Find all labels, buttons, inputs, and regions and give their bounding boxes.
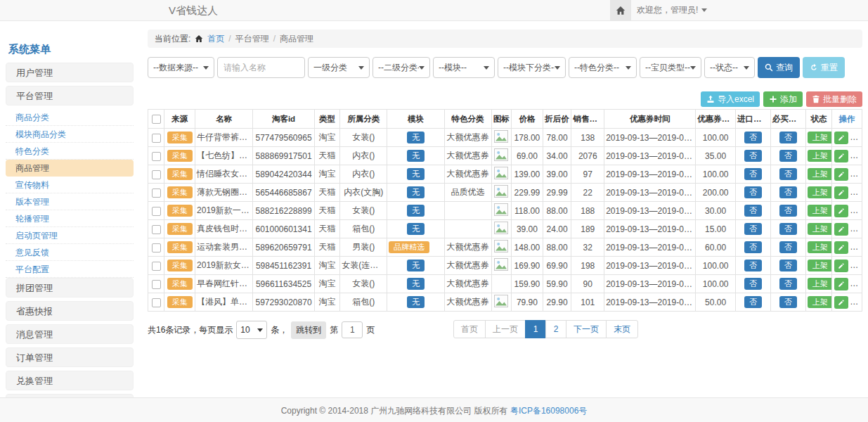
- page-button-3[interactable]: 2: [545, 320, 566, 338]
- sidebar-item-splash-page-mgmt[interactable]: 启动页管理: [6, 227, 134, 244]
- must-buy-toggle[interactable]: 否: [779, 168, 797, 181]
- must-buy-toggle[interactable]: 否: [779, 205, 797, 217]
- module-select[interactable]: --模块--: [433, 57, 495, 78]
- sidebar-item-savings-news[interactable]: 省惠快报: [6, 301, 134, 321]
- row-checkbox[interactable]: [152, 243, 161, 252]
- sidebar-item-module-goods-category[interactable]: 模块商品分类: [6, 126, 134, 143]
- status-badge[interactable]: 上架: [808, 205, 832, 217]
- status-badge[interactable]: 上架: [808, 150, 832, 162]
- edit-icon: [838, 134, 845, 141]
- row-checkbox[interactable]: [152, 170, 161, 179]
- import-select-toggle[interactable]: 否: [744, 132, 762, 144]
- must-buy-toggle[interactable]: 否: [779, 260, 797, 272]
- edit-button[interactable]: [834, 168, 848, 181]
- must-buy-toggle[interactable]: 否: [779, 223, 797, 236]
- sidebar-item-carousel-mgmt[interactable]: 轮播管理: [6, 210, 134, 227]
- name-input[interactable]: [217, 57, 305, 78]
- import-select-toggle[interactable]: 否: [744, 241, 762, 254]
- status-badge[interactable]: 上架: [808, 132, 832, 144]
- page-button-4[interactable]: 下一页: [566, 320, 607, 338]
- page-button-5[interactable]: 末页: [606, 320, 638, 338]
- must-buy-toggle[interactable]: 否: [779, 150, 797, 162]
- page-button-1[interactable]: 上一页: [485, 320, 526, 338]
- edit-button[interactable]: [834, 186, 848, 199]
- feature-category-select[interactable]: --特色分类--: [569, 57, 637, 78]
- per-page-select[interactable]: 10: [236, 321, 267, 339]
- bulk-delete-button[interactable]: 批量删除: [806, 91, 862, 107]
- user-menu[interactable]: 欢迎您，管理员!: [637, 0, 707, 20]
- navbar-home-button[interactable]: [610, 0, 631, 20]
- import-select-toggle[interactable]: 否: [744, 278, 762, 290]
- item-type-select[interactable]: --宝贝类型--: [640, 57, 701, 78]
- must-buy-toggle[interactable]: 否: [779, 186, 797, 199]
- edit-icon: [838, 299, 845, 306]
- status-badge[interactable]: 上架: [808, 168, 832, 181]
- sidebar-item-message-mgmt[interactable]: 消息管理: [6, 324, 134, 344]
- sidebar-item-user-mgmt[interactable]: 用户管理: [6, 63, 134, 82]
- status-select[interactable]: --状态--: [704, 57, 755, 78]
- add-button[interactable]: 添加: [763, 91, 803, 107]
- edit-button[interactable]: [834, 150, 848, 162]
- edit-button[interactable]: [834, 241, 848, 254]
- cell-icon: [491, 220, 511, 238]
- jump-button[interactable]: 跳转到: [291, 321, 326, 339]
- select-all-checkbox[interactable]: [152, 115, 161, 124]
- row-checkbox[interactable]: [152, 280, 161, 289]
- jump-page-input[interactable]: [342, 321, 363, 338]
- reset-button[interactable]: 重置: [803, 57, 845, 78]
- row-checkbox[interactable]: [152, 134, 161, 143]
- status-badge[interactable]: 上架: [808, 186, 832, 199]
- edit-button[interactable]: [834, 278, 848, 290]
- cell-taoke-id: 598451162391: [253, 257, 314, 275]
- page-button-2[interactable]: 1: [525, 320, 546, 338]
- must-buy-toggle[interactable]: 否: [779, 132, 797, 144]
- status-badge[interactable]: 上架: [808, 296, 832, 309]
- module-subcategory-select[interactable]: --模块下分类--: [498, 57, 566, 78]
- level2-category-select[interactable]: --二级分类--: [373, 57, 430, 78]
- row-checkbox[interactable]: [152, 152, 161, 161]
- edit-button[interactable]: [834, 205, 848, 217]
- import-select-toggle[interactable]: 否: [744, 260, 762, 272]
- must-buy-toggle[interactable]: 否: [779, 278, 797, 290]
- row-checkbox[interactable]: [152, 188, 161, 198]
- row-checkbox[interactable]: [152, 262, 161, 271]
- sidebar-item-platform-config[interactable]: 平台配置: [6, 261, 134, 278]
- search-button[interactable]: 查询: [758, 57, 800, 78]
- sidebar-item-feedback[interactable]: 意见反馈: [6, 244, 134, 261]
- sidebar-item-goods-mgmt[interactable]: 商品管理: [6, 160, 134, 177]
- sidebar-item-promo-materials[interactable]: 宣传物料: [6, 177, 134, 193]
- import-select-toggle[interactable]: 否: [744, 296, 762, 309]
- sidebar-item-order-mgmt[interactable]: 订单管理: [6, 347, 134, 367]
- row-checkbox[interactable]: [152, 207, 161, 216]
- import-select-toggle[interactable]: 否: [744, 223, 762, 236]
- sidebar-item-platform-mgmt[interactable]: 平台管理: [6, 86, 134, 106]
- page-button-0[interactable]: 首页: [453, 320, 486, 338]
- import-select-toggle[interactable]: 否: [744, 205, 762, 217]
- edit-button[interactable]: [834, 296, 848, 309]
- icp-link[interactable]: 粤ICP备16098006号: [510, 406, 587, 416]
- status-badge[interactable]: 上架: [808, 223, 832, 236]
- import-select-toggle[interactable]: 否: [744, 168, 762, 181]
- sidebar-item-exchange-mgmt[interactable]: 兑换管理: [6, 371, 134, 390]
- row-checkbox[interactable]: [152, 225, 161, 234]
- status-badge[interactable]: 上架: [808, 278, 832, 290]
- status-badge[interactable]: 上架: [808, 241, 832, 254]
- data-source-select[interactable]: --数据来源--: [148, 57, 214, 78]
- edit-button[interactable]: [834, 223, 848, 236]
- sidebar-item-group-buy-mgmt[interactable]: 拼团管理: [6, 278, 134, 298]
- breadcrumb-home-link[interactable]: 首页: [207, 33, 224, 45]
- sidebar-item-feature-category[interactable]: 特色分类: [6, 143, 134, 160]
- sidebar-item-goods-category[interactable]: 商品分类: [6, 109, 134, 126]
- import-excel-button[interactable]: 导入excel: [701, 91, 760, 107]
- import-select-toggle[interactable]: 否: [744, 150, 762, 162]
- must-buy-toggle[interactable]: 否: [779, 241, 797, 254]
- level1-category-select[interactable]: 一级分类: [308, 57, 370, 78]
- cell-actions: [832, 129, 862, 147]
- edit-button[interactable]: [834, 260, 848, 272]
- import-select-toggle[interactable]: 否: [744, 186, 762, 199]
- must-buy-toggle[interactable]: 否: [779, 296, 797, 309]
- row-checkbox[interactable]: [152, 298, 161, 307]
- status-badge[interactable]: 上架: [808, 260, 832, 272]
- sidebar-item-version-mgmt[interactable]: 版本管理: [6, 193, 134, 210]
- edit-button[interactable]: [834, 132, 848, 144]
